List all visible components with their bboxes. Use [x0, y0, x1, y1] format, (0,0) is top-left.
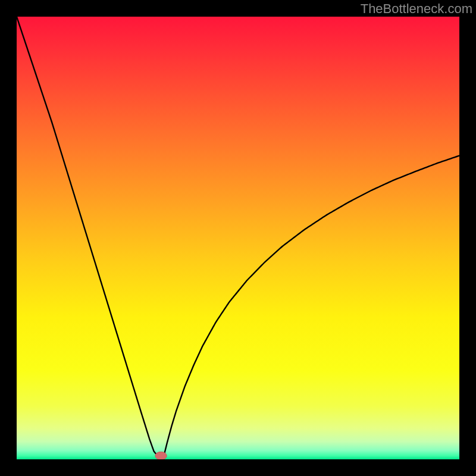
watermark: TheBottleneck.com [361, 1, 472, 17]
bottleneck-chart [17, 17, 459, 459]
chart-frame: TheBottleneck.com [0, 0, 476, 476]
chart-background [17, 17, 459, 459]
optimal-marker [155, 452, 167, 459]
chart-svg [17, 17, 459, 459]
